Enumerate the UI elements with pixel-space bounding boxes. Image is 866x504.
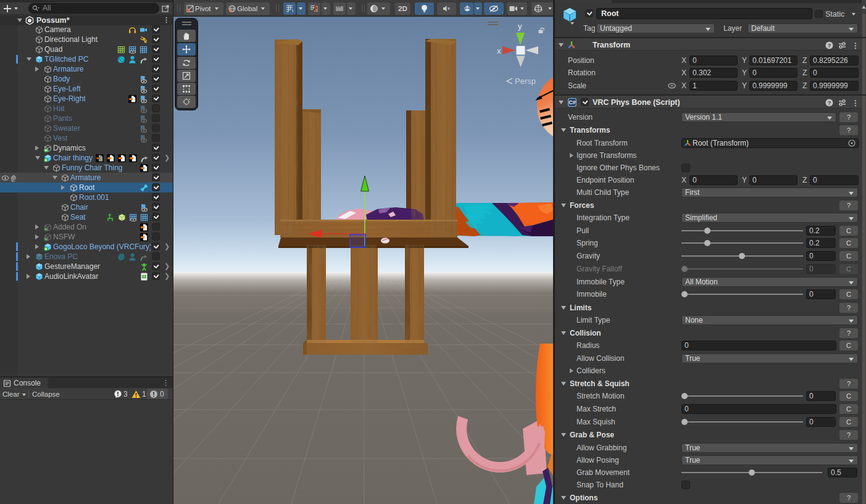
svg-text:x: x — [497, 46, 501, 56]
svg-text:?: ? — [828, 43, 831, 49]
svg-text:Persp: Persp — [515, 76, 536, 86]
svg-text:y: y — [518, 22, 522, 31]
svg-text:Y: Y — [291, 9, 293, 13]
svg-text:?: ? — [828, 100, 831, 106]
